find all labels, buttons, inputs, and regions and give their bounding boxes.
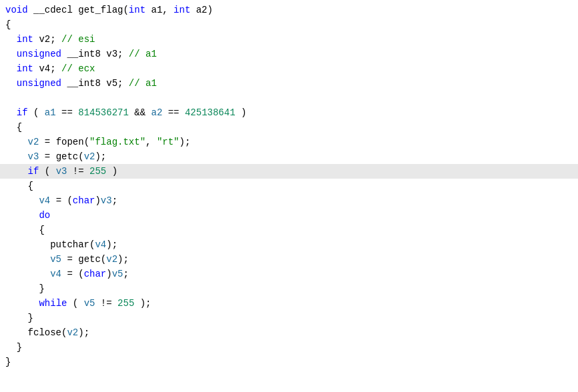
code-token: 255 [89,164,106,179]
code-token: ); [95,149,106,164]
code-token [5,47,17,61]
code-token: if [28,164,39,179]
code-token: v4 [95,237,106,252]
code-line: } [0,340,578,355]
code-token: // a1 [129,76,157,91]
code-line: if ( a1 == 814536271 && a2 == 425138641 … [0,105,578,120]
code-token: unsigned [17,47,61,61]
code-line: int v4; // ecx [0,61,578,76]
code-line: { [0,179,578,193]
code-token: get_flag [78,3,123,17]
code-token: , [146,135,157,149]
code-token: = getc( [61,252,106,267]
code-token: ) [106,267,111,281]
code-token [5,252,50,267]
code-line: v2 = fopen("flag.txt", "rt"); [0,135,578,149]
code-token: void [5,3,28,17]
code-token: ) [106,164,117,179]
code-token [5,193,39,208]
code-token: ); [106,237,117,252]
code-line: unsigned __int8 v3; // a1 [0,47,578,61]
code-token: } [5,281,45,296]
code-line: v3 = getc(v2); [0,149,578,164]
code-token: // a1 [129,47,157,61]
code-token: v4 [39,193,50,208]
code-token: fclose( [5,325,67,340]
code-line: while ( v5 != 255 ); [0,296,578,311]
code-token: "flag.txt" [89,135,146,149]
code-token: a2) [190,3,213,17]
code-token: do [39,208,50,223]
code-line: void __cdecl get_flag(int a1, int a2) [0,3,578,17]
code-token: a1 [45,105,56,120]
code-token: v3 [101,193,112,208]
code-token: char [73,193,95,208]
code-token [5,149,28,164]
code-line: putchar(v4); [0,237,578,252]
code-line: if ( v3 != 255 ) [0,164,578,179]
code-token: ); [78,325,89,340]
code-token: != [95,296,117,311]
code-token: int [17,61,33,76]
code-line: v4 = (char)v3; [0,193,578,208]
code-token: ; [123,267,128,281]
code-token: putchar( [5,237,95,252]
code-token: == [162,105,185,120]
code-token [5,208,39,223]
code-token [5,76,17,91]
code-token: = getc( [39,149,83,164]
code-token: ( [28,105,45,120]
code-token: v3 [56,164,67,179]
code-token: ( [39,164,55,179]
code-token: __int8 v5; [61,76,129,91]
code-token [5,164,28,179]
code-token: ( [67,296,83,311]
code-line: int v2; // esi [0,32,578,47]
code-line: v5 = getc(v2); [0,252,578,267]
code-token: v2 [106,252,117,267]
code-token: } [5,340,22,355]
code-token: v2; [33,32,61,47]
code-token [5,32,17,47]
code-token: ) [95,193,100,208]
code-token: { [5,223,45,237]
code-token: v2 [28,135,39,149]
code-token: int [129,3,146,17]
code-token: __int8 v3; [61,47,129,61]
code-line: fclose(v2); [0,325,578,340]
code-token: char [84,267,107,281]
code-token: == [56,105,79,120]
code-token: 814536271 [78,105,129,120]
code-token: = fopen( [39,135,89,149]
code-token: } [5,311,33,325]
code-token: { [5,17,11,32]
code-token: 425138641 [185,105,236,120]
code-token [5,135,28,149]
code-line: { [0,17,578,32]
code-line: unsigned __int8 v5; // a1 [0,76,578,91]
code-token: v5 [112,267,123,281]
code-token: v4; [33,61,61,76]
code-token: ) [236,105,247,120]
code-token: v3 [28,149,39,164]
code-token: ( [123,3,128,17]
code-token: ; [112,193,117,208]
code-token: v4 [50,267,61,281]
code-token: int [174,3,190,17]
code-token: int [17,32,33,47]
code-token: ); [134,296,151,311]
code-token: v2 [67,325,78,340]
code-token: if [17,105,28,120]
code-token [5,296,39,311]
code-token: = ( [50,193,73,208]
code-token: 255 [117,296,134,311]
code-token: a2 [152,105,163,120]
code-token [5,105,17,120]
code-token: && [129,105,152,120]
code-token: // esi [61,32,95,47]
code-token: v5 [50,252,61,267]
code-token: while [39,296,67,311]
code-view: void __cdecl get_flag(int a1, int a2){ i… [0,0,578,372]
code-token [5,267,50,281]
code-line: v4 = (char)v5; [0,267,578,281]
